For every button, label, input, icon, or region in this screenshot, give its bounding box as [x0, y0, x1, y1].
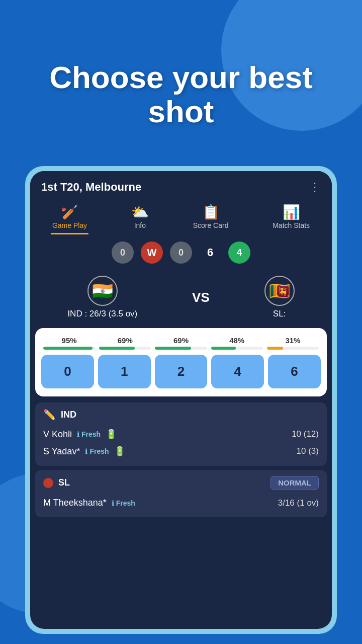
- tab-match-stats[interactable]: 📊 Match Stats: [266, 202, 316, 234]
- bowler-score-theekshana: 3/16 (1 ov): [278, 498, 319, 508]
- shot-col-1: 69%: [97, 336, 153, 350]
- fresh-label-kohli: Fresh: [81, 430, 101, 438]
- shot-buttons: 0 1 2 4 6: [41, 355, 321, 388]
- batting-team-name: IND: [61, 410, 76, 420]
- info-circle-icon-yadav: ℹ: [85, 447, 87, 455]
- game-play-icon: 🏏: [61, 205, 78, 219]
- teams-section: 🇮🇳 IND : 26/3 (3.5 ov) VS 🇱🇰 SL:: [30, 271, 332, 322]
- battery-icon-yadav: 🔋: [114, 446, 125, 457]
- batting-header: ✏️ IND: [43, 409, 319, 421]
- shot-percentages: 95% 69% 69%: [41, 336, 321, 350]
- match-title: 1st T20, Melbourne: [41, 181, 141, 194]
- pct-4: 48%: [229, 336, 244, 345]
- pct-fill-6: [267, 347, 283, 350]
- tab-score-card-label: Score Card: [193, 221, 229, 229]
- player-row-yadav: S Yadav* ℹ Fresh 🔋 10 (3): [43, 443, 319, 460]
- shot-btn-4[interactable]: 4: [211, 355, 264, 388]
- bowling-section: SL NORMAL M Theekshana* ℹ Fresh 3/16 (1 …: [35, 470, 327, 517]
- bowling-header: SL NORMAL: [43, 476, 319, 490]
- bowler-row-theekshana: M Theekshana* ℹ Fresh 3/16 (1 ov): [43, 495, 319, 511]
- fresh-label-theekshana: Fresh: [116, 499, 135, 507]
- hero-line1: Choose your best: [49, 60, 313, 95]
- bowler-left-theekshana: M Theekshana* ℹ Fresh: [43, 498, 135, 508]
- player-score-kohli: 10 (12): [292, 429, 319, 439]
- fresh-badge-theekshana: ℹ Fresh: [112, 499, 135, 507]
- battery-icon-kohli: 🔋: [106, 429, 117, 440]
- player-left-kohli: V Kohli ℹ Fresh 🔋: [43, 429, 117, 440]
- shot-col-2: 69%: [153, 336, 209, 350]
- vs-text: VS: [192, 290, 210, 305]
- player-row-kohli: V Kohli ℹ Fresh 🔋 10 (12): [43, 426, 319, 443]
- pct-bar-0: [43, 347, 95, 350]
- nav-tabs: 🏏 Game Play ⛅ Info 📋 Score Card 📊 Match …: [30, 199, 332, 234]
- shot-btn-6[interactable]: 6: [268, 355, 321, 388]
- player-name-kohli: V Kohli: [43, 429, 72, 440]
- sl-dot-icon: [43, 478, 53, 488]
- tab-score-card[interactable]: 📋 Score Card: [187, 202, 235, 234]
- bowling-team-info: SL: [43, 477, 70, 488]
- sl-score: SL:: [273, 309, 286, 319]
- pct-fill-2: [155, 347, 191, 350]
- hero-text: Choose your best shot: [0, 60, 362, 129]
- pct-bar-6: [267, 347, 319, 350]
- score-card-icon: 📋: [202, 205, 220, 219]
- bowling-team-name: SL: [58, 477, 70, 488]
- shot-btn-1[interactable]: 1: [98, 355, 151, 388]
- pct-fill-4: [211, 347, 236, 350]
- pct-6: 31%: [285, 336, 300, 345]
- ball-6: 6: [199, 242, 221, 264]
- pct-1: 69%: [118, 336, 133, 345]
- info-circle-icon-theekshana: ℹ: [112, 499, 114, 507]
- batting-section: ✏️ IND V Kohli ℹ Fresh 🔋 10 (12) S Yadav…: [35, 403, 327, 466]
- sl-flag: 🇱🇰: [264, 276, 295, 306]
- pct-bar-2: [155, 347, 207, 350]
- shot-card: 95% 69% 69%: [35, 328, 327, 396]
- shot-col-0: 95%: [41, 336, 97, 350]
- player-name-yadav: S Yadav*: [43, 446, 80, 457]
- pct-bar-4: [211, 347, 263, 350]
- pct-bar-1: [99, 347, 151, 350]
- fresh-label-yadav: Fresh: [89, 447, 109, 455]
- shot-col-6: 31%: [265, 336, 321, 350]
- pct-fill-0: [43, 347, 93, 350]
- normal-badge[interactable]: NORMAL: [270, 476, 319, 490]
- hero-line2: shot: [148, 94, 214, 129]
- bowler-name-theekshana: M Theekshana*: [43, 498, 107, 508]
- team-sl: 🇱🇰 SL:: [264, 276, 295, 319]
- tab-match-stats-label: Match Stats: [273, 221, 310, 229]
- tab-info[interactable]: ⛅ Info: [125, 202, 155, 234]
- pct-2: 69%: [173, 336, 189, 345]
- player-score-yadav: 10 (3): [297, 446, 319, 456]
- ball-0-first: 0: [112, 242, 134, 264]
- score-balls-row: 0 W 0 6 4: [30, 234, 332, 271]
- tab-info-label: Info: [134, 221, 146, 229]
- info-circle-icon-kohli: ℹ: [77, 430, 79, 438]
- shot-btn-2[interactable]: 2: [155, 355, 208, 388]
- phone-screen: 1st T20, Melbourne ⋮ 🏏 Game Play ⛅ Info …: [30, 171, 332, 629]
- menu-dots-button[interactable]: ⋮: [309, 180, 321, 194]
- fresh-badge-kohli: ℹ Fresh: [77, 430, 101, 438]
- india-score: IND : 26/3 (3.5 ov): [67, 309, 137, 319]
- shot-btn-0[interactable]: 0: [41, 355, 94, 388]
- fresh-badge-yadav: ℹ Fresh: [85, 447, 109, 455]
- india-flag: 🇮🇳: [87, 276, 118, 306]
- ball-4: 4: [228, 242, 250, 264]
- tab-game-play[interactable]: 🏏 Game Play: [46, 202, 93, 234]
- tab-game-play-label: Game Play: [52, 221, 87, 229]
- ball-0-second: 0: [170, 242, 192, 264]
- batting-icon: ✏️: [43, 409, 56, 421]
- team-india: 🇮🇳 IND : 26/3 (3.5 ov): [67, 276, 137, 319]
- match-stats-icon: 📊: [283, 205, 300, 219]
- shot-col-4: 48%: [209, 336, 265, 350]
- pct-fill-1: [99, 347, 135, 350]
- screen-header: 1st T20, Melbourne ⋮: [30, 171, 332, 199]
- pct-0: 95%: [62, 336, 77, 345]
- player-left-yadav: S Yadav* ℹ Fresh 🔋: [43, 446, 125, 457]
- ball-wicket: W: [141, 242, 163, 264]
- info-icon: ⛅: [131, 205, 149, 219]
- phone-mockup: 1st T20, Melbourne ⋮ 🏏 Game Play ⛅ Info …: [25, 166, 337, 634]
